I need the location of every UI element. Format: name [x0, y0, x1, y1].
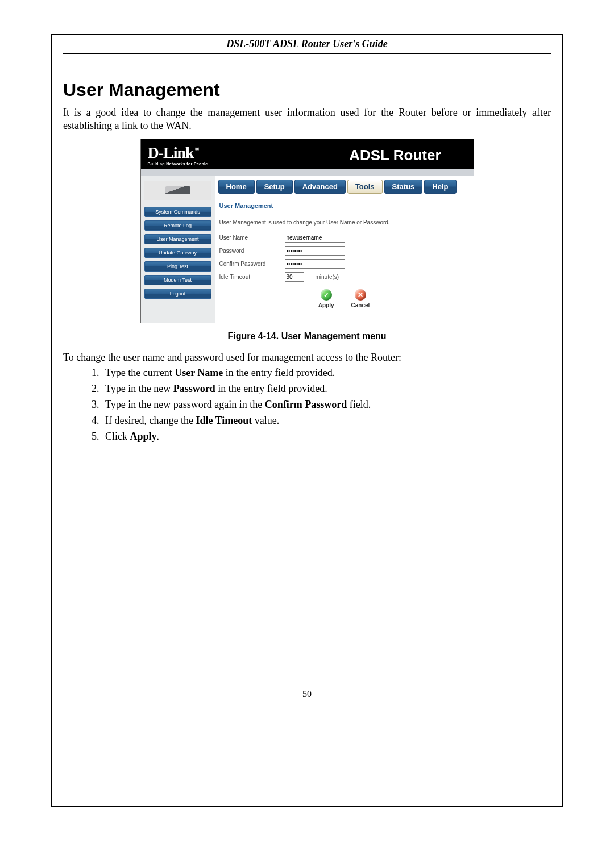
section-title: User Management: [63, 80, 551, 101]
brand-logo-text: D-Link: [148, 144, 194, 161]
sidebar-item-user-management[interactable]: User Management: [144, 234, 211, 244]
password-label: Password: [219, 248, 285, 254]
sidebar-item-update-gateway[interactable]: Update Gateway: [144, 248, 211, 258]
doc-header: DSL-500T ADSL Router User's Guide: [63, 35, 551, 54]
router-header: D-Link® Building Networks for People ADS…: [141, 139, 474, 169]
step-4: If desired, change the Idle Timeout valu…: [102, 415, 551, 427]
tab-advanced[interactable]: Advanced: [294, 180, 346, 194]
cancel-button[interactable]: ✕ Cancel: [351, 289, 370, 308]
username-label: User Name: [219, 235, 285, 241]
close-icon: ✕: [355, 289, 366, 301]
product-image: [144, 181, 211, 200]
sidebar-item-system-commands[interactable]: System Commands: [144, 207, 211, 217]
idle-timeout-label: Idle Timeout: [219, 274, 285, 280]
confirm-password-input[interactable]: [285, 259, 345, 269]
check-icon: ✓: [321, 289, 332, 301]
confirm-password-label: Confirm Password: [219, 261, 285, 267]
username-input[interactable]: [285, 233, 345, 243]
apply-label: Apply: [318, 302, 334, 308]
tab-bar: Home Setup Advanced Tools Status Help: [215, 176, 474, 199]
step-1: Type the current User Name in the entry …: [102, 367, 551, 379]
tab-status[interactable]: Status: [384, 180, 423, 194]
router-sidebar: System Commands Remote Log User Manageme…: [141, 176, 215, 323]
idle-timeout-units: minute(s): [316, 274, 339, 280]
cancel-label: Cancel: [351, 302, 370, 308]
router-main: Home Setup Advanced Tools Status Help Us…: [215, 176, 474, 323]
sidebar-item-logout[interactable]: Logout: [144, 289, 211, 299]
tab-home[interactable]: Home: [218, 180, 255, 194]
product-title: ADSL Router: [349, 147, 466, 166]
sidebar-item-modem-test[interactable]: Modem Test: [144, 275, 211, 285]
figure-caption: Figure 4-14. User Management menu: [63, 331, 551, 341]
panel-description: User Management is used to change your U…: [215, 211, 474, 231]
router-screenshot: D-Link® Building Networks for People ADS…: [140, 139, 474, 323]
panel-heading: User Management: [215, 199, 474, 211]
step-3: Type in the new password again in the Co…: [102, 399, 551, 411]
brand-block: D-Link® Building Networks for People: [148, 145, 208, 166]
sidebar-item-ping-test[interactable]: Ping Test: [144, 261, 211, 272]
router-icon: [165, 186, 190, 194]
step-2: Type in the new Password in the entry fi…: [102, 383, 551, 395]
tab-setup[interactable]: Setup: [256, 180, 293, 194]
brand-tagline: Building Networks for People: [148, 162, 208, 166]
page-number: 50: [63, 687, 551, 699]
sidebar-item-remote-log[interactable]: Remote Log: [144, 220, 211, 231]
intro-paragraph: It is a good idea to change the manageme…: [63, 106, 551, 132]
password-input[interactable]: [285, 246, 345, 256]
followup-paragraph: To change the user name and password use…: [63, 352, 551, 364]
apply-button[interactable]: ✓ Apply: [318, 289, 334, 308]
steps-list: Type the current User Name in the entry …: [63, 367, 551, 443]
tab-tools[interactable]: Tools: [347, 180, 383, 194]
tab-help[interactable]: Help: [424, 180, 456, 194]
brand-logo: D-Link®: [148, 145, 198, 161]
step-5: Click Apply.: [102, 431, 551, 443]
reg-icon: ®: [195, 146, 198, 152]
idle-timeout-input[interactable]: [285, 272, 304, 282]
header-underbar: [141, 169, 474, 176]
